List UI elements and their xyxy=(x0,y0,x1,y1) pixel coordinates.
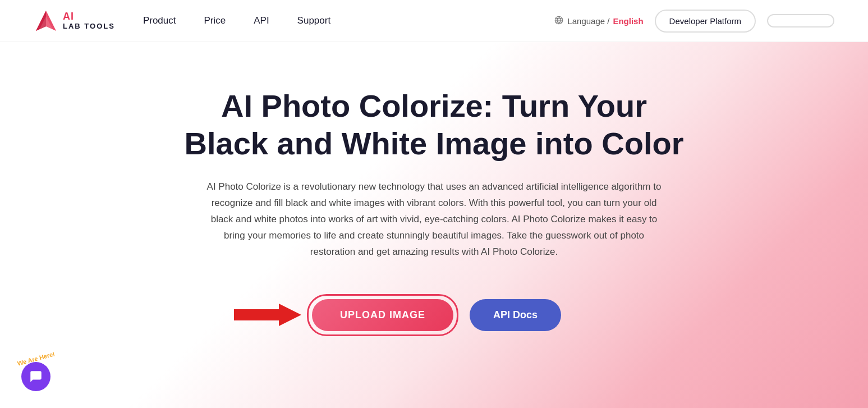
hero-title: AI Photo Colorize: Turn Your Black and W… xyxy=(182,87,687,162)
hero-description: AI Photo Colorize is a revolutionary new… xyxy=(204,179,664,260)
language-selector[interactable]: Language / English xyxy=(554,15,643,27)
globe-icon xyxy=(554,15,564,27)
hero-section: AI Photo Colorize: Turn Your Black and W… xyxy=(0,42,868,408)
navbar: AI LAB TOOLS Product Price API Support L… xyxy=(0,0,868,42)
arrow-indicator xyxy=(234,298,301,332)
nav-api[interactable]: API xyxy=(254,15,269,26)
svg-marker-5 xyxy=(234,304,301,326)
chat-bubble-button[interactable] xyxy=(21,362,50,391)
logo-lab-tools: LAB TOOLS xyxy=(63,22,115,30)
logo[interactable]: AI LAB TOOLS xyxy=(34,8,115,33)
nav-right: Language / English Developer Platform xyxy=(554,10,834,33)
nav-price[interactable]: Price xyxy=(204,15,226,26)
logo-ai: AI xyxy=(63,11,115,22)
login-button[interactable] xyxy=(767,14,834,27)
upload-image-button[interactable]: UPLOAD IMAGE xyxy=(312,299,453,331)
developer-platform-button[interactable]: Developer Platform xyxy=(655,10,756,33)
api-docs-button[interactable]: API Docs xyxy=(470,299,561,331)
logo-text: AI LAB TOOLS xyxy=(63,11,115,30)
upload-button-wrapper: UPLOAD IMAGE xyxy=(307,294,458,336)
chat-icon xyxy=(29,369,43,384)
chat-widget[interactable]: We Are Here! xyxy=(17,355,55,391)
language-value: English xyxy=(613,16,643,26)
language-label: Language / xyxy=(567,16,609,26)
nav-support[interactable]: Support xyxy=(297,15,331,26)
nav-links: Product Price API Support xyxy=(143,15,554,26)
cta-area: UPLOAD IMAGE API Docs xyxy=(307,294,561,336)
nav-product[interactable]: Product xyxy=(143,15,176,26)
